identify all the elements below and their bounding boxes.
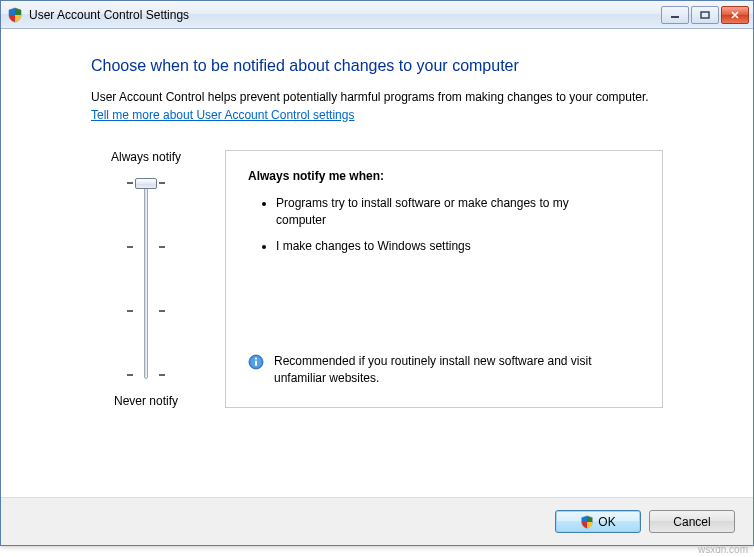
help-link[interactable]: Tell me more about User Account Control … [91,108,354,122]
slider-thumb[interactable] [135,178,157,189]
content-area: Choose when to be notified about changes… [1,29,753,497]
slider-column: Always notify Never notify [91,150,201,408]
cancel-button-label: Cancel [673,515,710,529]
info-icon [248,354,264,370]
shield-icon [7,7,23,23]
main-area: Always notify Never notify [91,150,663,408]
info-panel: Always notify me when: Programs try to i… [225,150,663,408]
cancel-button[interactable]: Cancel [649,510,735,533]
recommendation-text: Recommended if you routinely install new… [274,353,640,387]
recommendation: Recommended if you routinely install new… [248,353,640,393]
window-controls [661,6,749,24]
svg-rect-1 [701,12,709,18]
svg-rect-0 [671,16,679,18]
ok-button-label: OK [598,515,615,529]
uac-settings-window: User Account Control Settings Choose whe… [0,0,754,546]
slider-tick [159,374,165,376]
svg-point-5 [255,358,257,360]
slider-tick [127,246,133,248]
close-button[interactable] [721,6,749,24]
description-text: User Account Control helps prevent poten… [91,89,663,106]
slider-tick [159,182,165,184]
slider-label-top: Always notify [111,150,181,164]
watermark: wsxdn.com [698,544,748,555]
window-title: User Account Control Settings [29,8,661,22]
titlebar: User Account Control Settings [1,1,753,29]
info-list: Programs try to install software or make… [248,195,640,265]
list-item: Programs try to install software or make… [276,195,640,229]
slider-label-bottom: Never notify [114,394,178,408]
info-panel-title: Always notify me when: [248,169,640,183]
button-bar: OK Cancel [1,497,753,545]
page-heading: Choose when to be notified about changes… [91,57,663,75]
slider-tick [127,310,133,312]
slider-tick [159,310,165,312]
slider-tick [127,374,133,376]
slider-tick [127,182,133,184]
maximize-button[interactable] [691,6,719,24]
shield-icon [580,515,594,529]
svg-rect-4 [255,361,257,367]
ok-button[interactable]: OK [555,510,641,533]
list-item: I make changes to Windows settings [276,238,640,255]
minimize-button[interactable] [661,6,689,24]
slider-tick [159,246,165,248]
slider-track [144,179,148,379]
notification-slider[interactable] [116,174,176,384]
